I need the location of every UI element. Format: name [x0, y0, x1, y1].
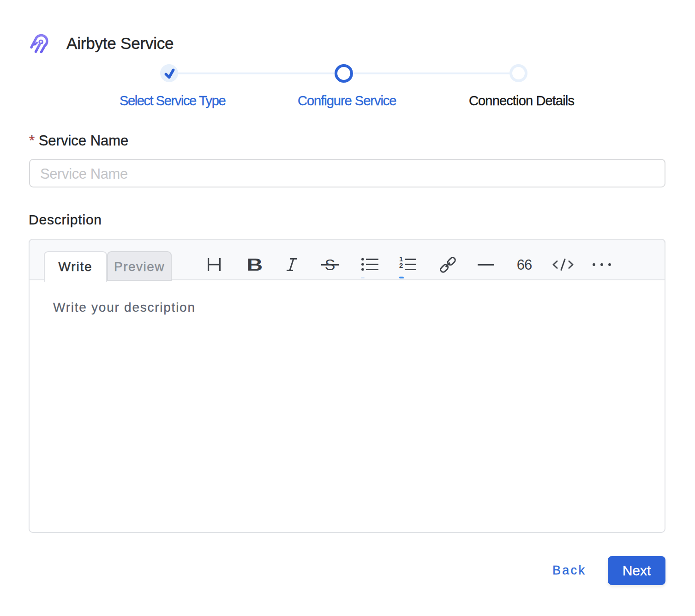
svg-text:2: 2 — [399, 261, 403, 269]
